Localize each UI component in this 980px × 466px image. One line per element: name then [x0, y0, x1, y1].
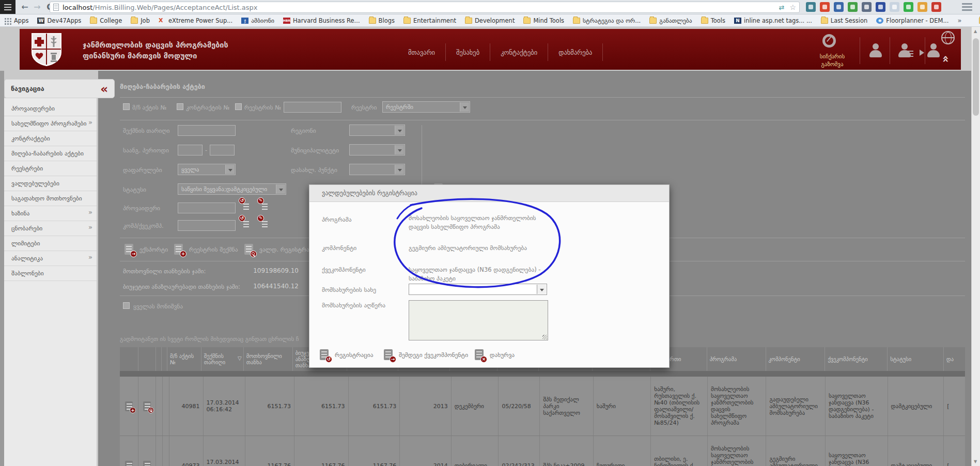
header-requested[interactable]: მოთხოვნილი თანხა	[244, 347, 293, 371]
next-subcomponent-button[interactable]: შემდეგი ქვეკომპონენტი	[384, 349, 468, 360]
extension-icon[interactable]	[917, 2, 927, 12]
header-created[interactable]: შექმნის თარიღი▽	[201, 347, 244, 371]
address-bar[interactable]: localhost/Hmis.Billing.Web/Pages/Accepta…	[50, 2, 800, 13]
component-filter-input[interactable]	[178, 220, 236, 231]
period-from-input[interactable]	[178, 145, 203, 156]
user-icon[interactable]	[868, 43, 883, 57]
service-desc-textarea[interactable]	[409, 300, 548, 340]
row-view-button[interactable]	[138, 436, 156, 466]
sidebar-item[interactable]: ანალიტიკა »	[4, 251, 97, 266]
header-cell[interactable]: და	[944, 347, 965, 371]
back-button[interactable]: ←	[19, 1, 31, 13]
header-status[interactable]: სტატუსი	[888, 347, 944, 371]
bookmark-star-icon[interactable]: ☆	[789, 3, 796, 11]
globe-icon[interactable]	[941, 31, 955, 44]
bookmark-item[interactable]: Blogs	[369, 17, 395, 24]
logout-icon[interactable]	[926, 43, 941, 57]
extension-icon[interactable]	[834, 2, 844, 12]
bookmarks-overflow-icon[interactable]: »	[957, 17, 961, 24]
sidebar-item[interactable]: ცნობარები »	[4, 221, 97, 236]
hidden-select[interactable]: ყველა	[178, 164, 236, 175]
extension-icon[interactable]	[862, 2, 872, 12]
sidebar-item[interactable]: ლიმიტები	[4, 236, 97, 251]
url-text[interactable]: localhost/Hmis.Billing.Web/Pages/Accepta…	[63, 4, 258, 11]
browser-menu-button[interactable]	[962, 3, 972, 11]
bookmark-item[interactable]: Apps	[4, 17, 28, 24]
settlement-select[interactable]	[349, 164, 405, 175]
sidebar-item[interactable]: კონტრაქტები	[4, 131, 97, 146]
sidebar-item[interactable]: ხაზინა »	[4, 206, 97, 221]
forward-button[interactable]: →	[31, 1, 43, 13]
provider-input[interactable]	[178, 203, 236, 213]
register-obligation-button[interactable]: ვალდ. რეგისტრაცია	[244, 244, 319, 255]
bookmark-item[interactable]: განათლება	[649, 17, 692, 24]
bookmark-item[interactable]: Dev47Apps	[37, 17, 81, 24]
bookmark-item[interactable]: სტრატეგია და ორ...	[573, 17, 641, 24]
period-to-input[interactable]	[210, 145, 235, 156]
speed-measure-label[interactable]: სიჩქარის გაზომვა	[809, 53, 855, 68]
bookmark-item[interactable]: College	[90, 17, 122, 24]
nav-item[interactable]: მთავარი	[398, 45, 445, 59]
sidebar-item[interactable]: რეესტრები	[4, 161, 97, 176]
sidebar-collapse-button[interactable]: «	[100, 84, 108, 94]
nav-item[interactable]: დახმარება	[548, 45, 602, 59]
bookmark-item[interactable]: ამბიონი	[241, 17, 274, 24]
extension-icon[interactable]	[848, 2, 858, 12]
share-icon[interactable]: ⇄	[779, 4, 785, 11]
bookmark-item[interactable]: Harvard Business Re...	[283, 17, 360, 24]
sidebar-item[interactable]: შაბლონები	[4, 266, 97, 281]
registry-number-checkbox[interactable]	[235, 103, 242, 110]
sidebar-item[interactable]: ვალდებულებები	[4, 176, 97, 191]
region-select[interactable]	[349, 125, 405, 136]
municipality-select[interactable]	[349, 144, 405, 156]
service-type-select[interactable]	[409, 284, 547, 295]
export-button[interactable]: ექსპორტი	[125, 244, 168, 255]
extension-icon[interactable]	[820, 2, 830, 12]
bookmark-item[interactable]: Floorplanner - DEM...	[876, 17, 948, 24]
bookmark-item[interactable]: Mind Tools	[523, 17, 564, 24]
collapse-header-icon[interactable]: «	[940, 55, 953, 61]
row-view-button[interactable]	[138, 377, 156, 436]
row-add-button[interactable]	[120, 436, 138, 466]
registry-number-input[interactable]	[284, 102, 341, 113]
scroll-up-icon[interactable]: ▲	[974, 29, 977, 34]
nav-item[interactable]: შესახებ	[446, 45, 490, 59]
sidebar-item[interactable]: სახელმწიფო პროგრამები »	[4, 116, 97, 131]
act-number-checkbox[interactable]	[123, 103, 130, 110]
header-act-no[interactable]: მ/ჩ აქტის №	[167, 347, 201, 371]
speedometer-icon[interactable]	[822, 34, 836, 48]
bookmark-item[interactable]: Entertainment	[403, 17, 456, 24]
sidebar-item[interactable]: საგადახდო მოთხოვნები	[4, 191, 97, 206]
header-subcomponent[interactable]: ქვეკომპონენტი	[825, 347, 888, 371]
header-component[interactable]: კომპონენტი	[766, 347, 826, 371]
scrollbar-thumb[interactable]	[973, 38, 979, 116]
sidebar-item[interactable]: მიღება-ჩაბარების აქტები	[4, 146, 97, 161]
sidebar-item[interactable]: პროვაიდერები	[4, 101, 97, 116]
nav-item[interactable]: კონტაქტები	[490, 45, 548, 59]
browser-scrollbar[interactable]: ▲ ▼	[971, 27, 980, 466]
row-add-button[interactable]	[120, 377, 138, 436]
header-program[interactable]: პროგრამა	[707, 347, 766, 371]
bookmark-item[interactable]: inline asp.net tags... ...	[734, 17, 812, 24]
close-button[interactable]: დახურვა	[475, 349, 515, 360]
bookmark-item[interactable]: Last Session	[821, 17, 868, 24]
select-all-checkbox[interactable]	[123, 302, 130, 309]
extension-icon[interactable]	[890, 2, 899, 12]
extension-icon[interactable]	[806, 2, 816, 12]
extension-icon[interactable]	[876, 2, 885, 12]
dialog-title[interactable]: ვალდებულებების რეგისტრაცია	[309, 185, 669, 202]
extension-icon[interactable]	[931, 2, 941, 12]
scroll-down-icon[interactable]: ▼	[974, 459, 977, 464]
extension-icon[interactable]	[904, 2, 913, 12]
create-registry-button[interactable]: რეესტრის შექმნა	[174, 244, 238, 255]
status-select[interactable]: საწყისი შეყვანა;დამტკიცებული	[178, 183, 286, 195]
bookmark-item[interactable]: Job	[131, 17, 150, 24]
registry-select[interactable]: რეესტრში	[382, 101, 470, 113]
bookmark-item[interactable]: Tools	[701, 17, 725, 24]
register-button[interactable]: რეგისტრაცია	[320, 349, 374, 360]
bookmark-item[interactable]: eXtreme Power Sup...	[159, 17, 232, 24]
created-date-input[interactable]	[178, 125, 236, 136]
contract-number-checkbox[interactable]	[177, 103, 183, 110]
bookmark-label: სტრატეგია და ორ...	[583, 17, 641, 24]
bookmark-item[interactable]: Development	[465, 17, 515, 24]
